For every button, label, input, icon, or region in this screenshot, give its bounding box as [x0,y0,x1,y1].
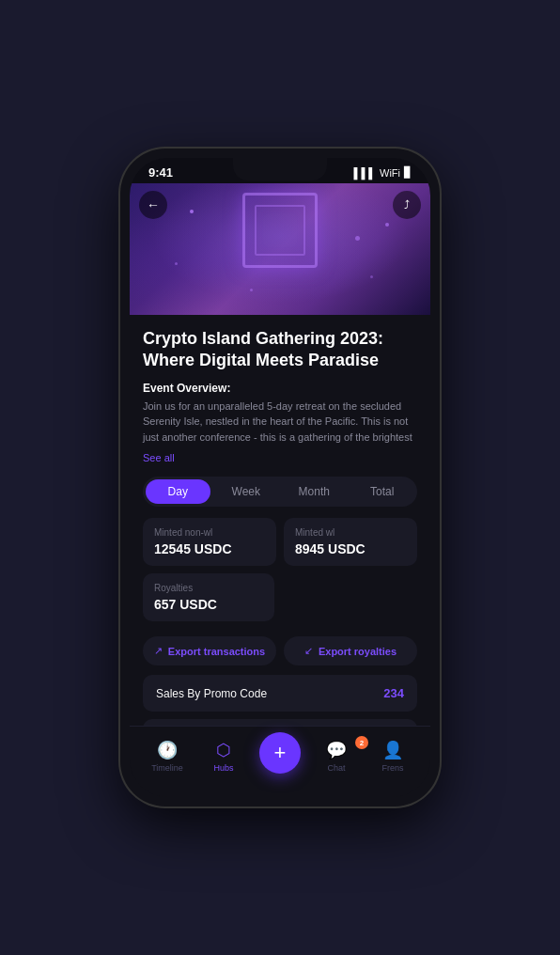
nav-frens[interactable]: 👤 Frens [365,740,421,773]
export-royalties-label: Export royalties [319,646,397,657]
bottom-nav: 🕐 Timeline ⬡ Hubs + 💬 2 Chat 👤 Frens [130,726,430,797]
royalties-value: 657 USDC [154,597,263,612]
export-transactions-button[interactable]: ↗ Export transactions [143,636,276,665]
share-button[interactable]: ⤴ [393,191,421,219]
phone-screen: 9:41 ▌▌▌ WiFi ▊ ← ⤴ [130,158,430,797]
minted-wl-card: Minted wl 8945 USDC [284,518,417,566]
particle [385,223,389,227]
nav-chat-label: Chat [327,763,345,773]
nav-hubs[interactable]: ⬡ Hubs [195,740,252,773]
back-button[interactable]: ← [139,191,167,219]
minted-non-wl-card: Minted non-wl 12545 USDC [143,518,276,566]
sales-promo-row[interactable]: Sales By Promo Code 234 [143,675,417,712]
nav-timeline-label: Timeline [151,763,183,773]
hero-particles [130,183,430,315]
export-royalties-button[interactable]: ↙ Export royalties [284,636,417,665]
hero-image: ← ⤴ [130,183,430,315]
minted-wl-value: 8945 USDC [295,541,406,556]
tab-total[interactable]: Total [350,479,415,504]
action-row: ↗ Export transactions ↙ Export royalties [143,636,417,665]
status-time: 9:41 [148,165,173,180]
particle [250,289,253,291]
nav-hubs-label: Hubs [213,763,233,773]
stats-grid: Minted non-wl 12545 USDC Minted wl 8945 … [143,518,417,566]
particle [190,210,194,213]
hubs-icon: ⬡ [216,740,231,760]
export-royalties-icon: ↙ [304,645,313,657]
see-all-link[interactable]: See all [143,452,175,463]
nav-timeline[interactable]: 🕐 Timeline [139,740,195,773]
status-icons: ▌▌▌ WiFi ▊ [354,166,412,179]
particle [370,275,373,278]
wifi-icon: WiFi [380,167,400,179]
signal-icon: ▌▌▌ [354,167,376,179]
tab-day[interactable]: Day [146,479,210,504]
minted-wl-label: Minted wl [295,527,406,538]
nav-center[interactable]: + [252,732,308,781]
particle [355,236,360,241]
phone-frame: 9:41 ▌▌▌ WiFi ▊ ← ⤴ [120,149,440,806]
royalties-label: Royalties [154,583,263,593]
nav-frens-label: Frens [381,763,403,773]
export-transactions-icon: ↗ [154,645,163,657]
notch [233,158,327,180]
chat-badge: 2 [355,736,368,749]
battery-icon: ▊ [404,166,412,179]
frens-icon: 👤 [382,740,403,760]
particle [175,262,178,265]
plus-icon: + [274,741,287,765]
minted-non-wl-value: 12545 USDC [154,541,265,556]
timeline-icon: 🕐 [157,740,178,760]
event-description: Join us for an unparalleled 5-day retrea… [143,399,417,446]
sales-promo-value: 234 [383,686,404,700]
royalties-card: Royalties 657 USDC [143,573,274,621]
sales-promo-label: Sales By Promo Code [156,687,267,700]
chat-icon: 💬 [326,740,347,760]
minted-non-wl-label: Minted non-wl [154,527,265,538]
nav-chat[interactable]: 💬 2 Chat [308,740,365,773]
tab-month[interactable]: Month [282,479,347,504]
center-add-button[interactable]: + [259,732,301,774]
tab-week[interactable]: Week [214,479,279,504]
event-title: Crypto Island Gathering 2023: Where Digi… [143,328,417,372]
overview-label: Event Overview: [143,382,417,395]
export-transactions-label: Export transactions [168,646,265,657]
tab-selector: Day Week Month Total [143,477,417,507]
